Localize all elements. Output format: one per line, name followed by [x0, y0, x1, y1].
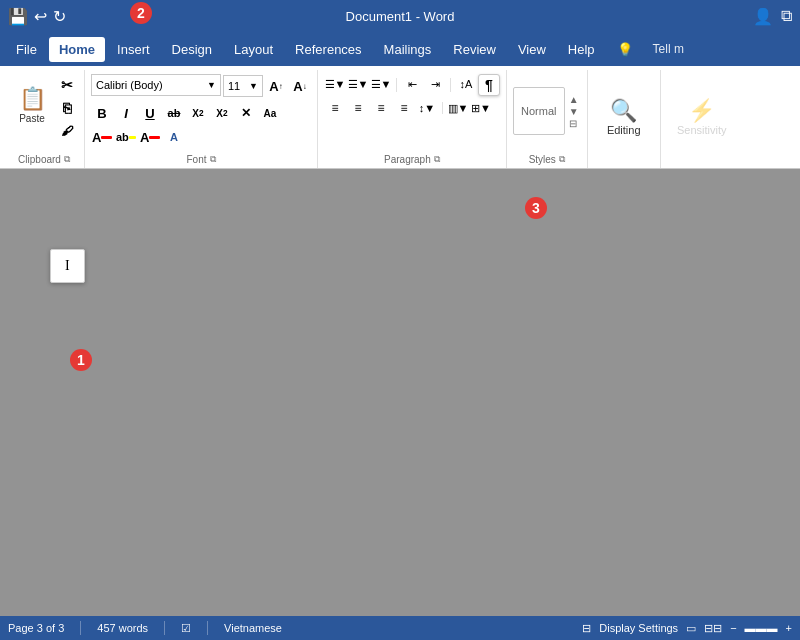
paragraph-group: ☰▼ ☰▼ ☰▼ ⇤ ⇥ ↕A ¶ ≡ ≡ ≡ ≡ ↕▼ ▥▼ ⊞▼	[318, 70, 507, 168]
superscript-button[interactable]: X2	[211, 102, 233, 124]
view-single[interactable]: ▭	[686, 622, 696, 635]
status-right: ⊟ Display Settings ▭ ⊟⊟ − ▬▬▬ +	[582, 622, 792, 635]
copy-button[interactable]: ⎘	[56, 97, 78, 119]
styles-group: Normal ▲ ▼ ⊟ Styles ⧉	[507, 70, 588, 168]
document-area[interactable]: I 1 3	[0, 169, 800, 627]
text-cursor-indicator: I	[50, 249, 85, 283]
para-divider3	[442, 102, 443, 114]
styles-expand[interactable]: ⊟	[567, 118, 581, 129]
underline-button[interactable]: U	[139, 102, 161, 124]
display-settings-icon: ⊟	[582, 622, 591, 635]
font-size-selector[interactable]: 11 ▼	[223, 75, 263, 97]
sensitivity-group-label	[667, 163, 737, 168]
font-color-button[interactable]: A	[91, 126, 113, 148]
cut-button[interactable]: ✂	[56, 74, 78, 96]
paragraph-expand-icon[interactable]: ⧉	[434, 154, 440, 165]
zoom-in[interactable]: +	[786, 622, 792, 634]
styles-previews: Normal ▲ ▼ ⊟	[513, 87, 581, 135]
menu-references[interactable]: References	[285, 37, 371, 62]
borders-button[interactable]: ⊞▼	[470, 98, 492, 118]
sensitivity-label: Sensitivity	[677, 124, 727, 136]
styles-expand-icon[interactable]: ⧉	[559, 154, 565, 165]
clipboard-expand-icon[interactable]: ⧉	[64, 154, 70, 165]
display-settings[interactable]: Display Settings	[599, 622, 678, 634]
styles-scroll-down[interactable]: ▼	[567, 106, 581, 117]
font-selectors-row: Calibri (Body) ▼ 11 ▼ A↑ A↓	[91, 74, 311, 98]
align-center-button[interactable]: ≡	[347, 98, 369, 118]
show-hide-button[interactable]: ¶	[478, 74, 500, 96]
styles-scroll-arrows: ▲ ▼ ⊟	[567, 94, 581, 129]
editing-label: Editing	[607, 124, 641, 136]
font-format-row: B I U ab X2 X2 ✕ Aa	[91, 102, 281, 124]
menu-layout[interactable]: Layout	[224, 37, 283, 62]
font-color2-button[interactable]: A	[139, 126, 161, 148]
styles-box[interactable]: Normal	[513, 87, 565, 135]
paste-button[interactable]: 📋 Paste	[10, 74, 54, 136]
zoom-out[interactable]: −	[730, 622, 736, 634]
menu-tell-me[interactable]: Tell m	[645, 38, 692, 60]
numbering-button[interactable]: ☰▼	[347, 74, 369, 94]
font-name-selector[interactable]: Calibri (Body) ▼	[91, 74, 221, 96]
font-size-increase[interactable]: A↑	[265, 75, 287, 97]
user-avatar[interactable]: 👤	[753, 7, 773, 26]
restore-icon[interactable]: ⧉	[781, 7, 792, 25]
text-effects-button[interactable]: A	[163, 126, 185, 148]
subscript-button[interactable]: X2	[187, 102, 209, 124]
menu-view[interactable]: View	[508, 37, 556, 62]
font-expand-icon[interactable]: ⧉	[210, 154, 216, 165]
menu-file[interactable]: File	[6, 37, 47, 62]
justify-button[interactable]: ≡	[393, 98, 415, 118]
clipboard-content: 📋 Paste ✂ ⎘ 🖌	[10, 70, 78, 152]
sensitivity-content: ⚡ Sensitivity	[667, 70, 737, 163]
sort-button[interactable]: ↕A	[455, 74, 477, 94]
redo-icon[interactable]: ↻	[53, 7, 66, 26]
status-divider2	[164, 621, 165, 635]
indent-decrease-button[interactable]: ⇤	[401, 74, 423, 94]
menu-home[interactable]: Home	[49, 37, 105, 62]
paste-icon: 📋	[19, 86, 46, 112]
language[interactable]: Vietnamese	[224, 622, 282, 634]
undo-icon[interactable]: ↩	[34, 7, 47, 26]
view-multiple[interactable]: ⊟⊟	[704, 622, 722, 635]
shading-button[interactable]: ▥▼	[447, 98, 469, 118]
bold-button[interactable]: B	[91, 102, 113, 124]
clipboard-small-buttons: ✂ ⎘ 🖌	[56, 74, 78, 142]
sensitivity-group: ⚡ Sensitivity	[661, 70, 743, 168]
change-case-button[interactable]: Aa	[259, 102, 281, 124]
menu-design[interactable]: Design	[162, 37, 222, 62]
para-list-row: ☰▼ ☰▼ ☰▼ ⇤ ⇥ ↕A ¶	[324, 74, 500, 96]
bullets-button[interactable]: ☰▼	[324, 74, 346, 94]
menu-mailings[interactable]: Mailings	[374, 37, 442, 62]
indent-increase-button[interactable]: ⇥	[424, 74, 446, 94]
status-bar: Page 3 of 3 457 words ☑ Vietnamese ⊟ Dis…	[0, 616, 800, 640]
styles-scroll-up[interactable]: ▲	[567, 94, 581, 105]
paragraph-content: ☰▼ ☰▼ ☰▼ ⇤ ⇥ ↕A ¶ ≡ ≡ ≡ ≡ ↕▼ ▥▼ ⊞▼	[324, 70, 500, 152]
editing-group: 🔍 Editing	[588, 70, 661, 168]
strikethrough-button[interactable]: ab	[163, 102, 185, 124]
word-count[interactable]: 457 words	[97, 622, 148, 634]
menu-help[interactable]: Help	[558, 37, 605, 62]
menu-review[interactable]: Review	[443, 37, 506, 62]
italic-button[interactable]: I	[115, 102, 137, 124]
align-left-button[interactable]: ≡	[324, 98, 346, 118]
format-painter-button[interactable]: 🖌	[56, 120, 78, 142]
paragraph-label: Paragraph ⧉	[324, 152, 500, 168]
title-bar: 💾 ↩ ↻ 2 Document1 - Word 👤 ⧉	[0, 0, 800, 32]
page-info[interactable]: Page 3 of 3	[8, 622, 64, 634]
font-color-row: A ab A A	[91, 126, 185, 148]
menu-insert[interactable]: Insert	[107, 37, 160, 62]
zoom-slider[interactable]: ▬▬▬	[745, 622, 778, 634]
multilevel-button[interactable]: ☰▼	[370, 74, 392, 94]
clear-format-button[interactable]: ✕	[235, 102, 257, 124]
menu-lightbulb[interactable]: 💡	[607, 37, 643, 62]
font-size-decrease[interactable]: A↓	[289, 75, 311, 97]
save-icon[interactable]: 💾	[8, 7, 28, 26]
align-right-button[interactable]: ≡	[370, 98, 392, 118]
highlight-button[interactable]: ab	[115, 126, 137, 148]
editing-section[interactable]: 🔍 Editing	[594, 94, 654, 140]
annotation-3: 3	[525, 197, 547, 219]
status-divider3	[207, 621, 208, 635]
line-spacing-button[interactable]: ↕▼	[416, 98, 438, 118]
check-icon: ☑	[181, 622, 191, 635]
sensitivity-section: ⚡ Sensitivity	[667, 94, 737, 140]
